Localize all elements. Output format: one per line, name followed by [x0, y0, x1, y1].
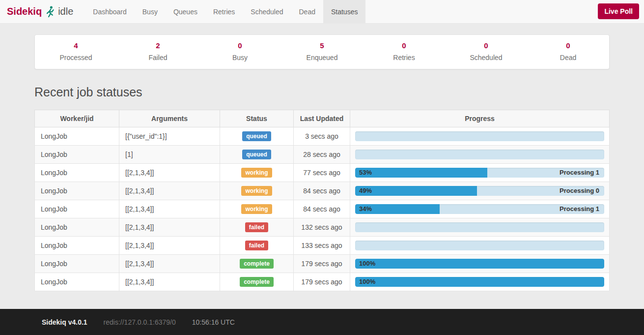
stat-value: 2 — [117, 41, 199, 50]
page-title: Recent job statuses — [34, 85, 610, 99]
progress-cell: 49% Processing 0 — [350, 182, 610, 200]
status-badge: complete — [240, 277, 274, 287]
last-updated-cell: 84 secs ago — [294, 182, 350, 200]
progress-cell: 53% Processing 1 — [350, 164, 610, 182]
stat-label: Dead — [560, 54, 576, 61]
progress-fill — [355, 277, 604, 287]
brand-status: idle — [58, 6, 73, 17]
table-header-cell: Last Updated — [294, 110, 350, 127]
last-updated-cell: 84 secs ago — [294, 200, 350, 218]
progress-bar — [355, 222, 604, 232]
progress-bar — [355, 131, 604, 141]
nav-item-scheduled[interactable]: Scheduled — [243, 0, 291, 23]
stat-item-enqueued[interactable]: 5 Enqueued — [281, 41, 363, 62]
nav-item-dashboard[interactable]: Dashboard — [85, 0, 135, 23]
footer: Sidekiq v4.0.1 redis://127.0.0.1:6379/0 … — [0, 309, 644, 335]
progress-bar: 34% Processing 1 — [355, 204, 604, 214]
arguments-cell: [1] — [119, 146, 220, 164]
stat-item-retries[interactable]: 0 Retries — [363, 41, 445, 62]
stat-item-scheduled[interactable]: 0 Scheduled — [445, 41, 527, 62]
progress-bar — [355, 150, 604, 159]
progress-cell — [350, 146, 610, 164]
progress-percent-label: 34% — [359, 204, 372, 214]
table-row: LongJob [[2,1,3,4]] working 77 secs ago … — [35, 164, 610, 182]
progress-percent-label: 100% — [359, 259, 375, 269]
arguments-cell: [[2,1,3,4]] — [119, 182, 220, 200]
table-row: LongJob [[2,1,3,4]] complete 179 secs ag… — [35, 273, 610, 291]
last-updated-cell: 28 secs ago — [294, 146, 350, 164]
status-badge: queued — [242, 131, 271, 141]
progress-fill — [355, 186, 477, 196]
stat-label: Processed — [59, 54, 92, 61]
status-cell: working — [220, 182, 294, 200]
stat-item-dead[interactable]: 0 Dead — [527, 41, 609, 62]
arguments-cell: [[2,1,3,4]] — [119, 200, 220, 218]
stat-label: Failed — [148, 54, 167, 61]
status-badge: working — [241, 204, 272, 214]
table-row: LongJob [[2,1,3,4]] failed 133 secs ago — [35, 237, 610, 255]
live-poll-button[interactable]: Live Poll — [598, 3, 639, 19]
stat-label: Enqueued — [307, 54, 338, 61]
footer-redis-url: redis://127.0.0.1:6379/0 — [104, 318, 176, 326]
brand[interactable]: Sidekiq idle — [0, 0, 78, 23]
table-header-row: Worker/jidArgumentsStatusLast UpdatedPro… — [35, 110, 610, 127]
nav-item-queues[interactable]: Queues — [166, 0, 205, 23]
status-badge: failed — [245, 241, 268, 250]
progress-cell: 34% Processing 1 — [350, 200, 610, 218]
arguments-cell: [[2,1,3,4]] — [119, 218, 220, 237]
status-cell: working — [220, 200, 294, 218]
table-header-cell: Worker/jid — [35, 110, 119, 127]
worker-cell: LongJob — [35, 255, 119, 273]
worker-cell: LongJob — [35, 200, 119, 218]
stat-value: 5 — [281, 41, 363, 50]
progress-percent-label: 49% — [359, 186, 372, 196]
arguments-cell: [{"user_id":1}] — [119, 127, 220, 146]
progress-bar: 49% Processing 0 — [355, 186, 604, 196]
last-updated-cell: 77 secs ago — [294, 164, 350, 182]
status-cell: failed — [220, 218, 294, 237]
progress-cell: 100% — [350, 255, 610, 273]
stat-item-failed[interactable]: 2 Failed — [117, 41, 199, 62]
table-body: LongJob [{"user_id":1}] queued 3 secs ag… — [35, 127, 610, 291]
runner-icon — [45, 5, 55, 18]
progress-fill — [355, 259, 604, 269]
status-cell: failed — [220, 237, 294, 255]
status-cell: queued — [220, 146, 294, 164]
status-cell: queued — [220, 127, 294, 146]
stats-summary-bar: 4 Processed 2 Failed 0 Busy 5 Enqueued 0… — [34, 34, 610, 69]
stat-label: Retries — [393, 54, 415, 61]
stat-item-busy[interactable]: 0 Busy — [199, 41, 281, 62]
nav-item-dead[interactable]: Dead — [291, 0, 323, 23]
worker-cell: LongJob — [35, 237, 119, 255]
progress-cell — [350, 237, 610, 255]
arguments-cell: [[2,1,3,4]] — [119, 273, 220, 291]
stat-item-processed[interactable]: 4 Processed — [35, 41, 117, 62]
progress-cell — [350, 127, 610, 146]
progress-cell: 100% — [350, 273, 610, 291]
table-row: LongJob [[2,1,3,4]] complete 179 secs ag… — [35, 255, 610, 273]
last-updated-cell: 179 secs ago — [294, 273, 350, 291]
stat-value: 0 — [363, 41, 445, 50]
last-updated-cell: 3 secs ago — [294, 127, 350, 146]
worker-cell: LongJob — [35, 182, 119, 200]
stat-label: Scheduled — [470, 54, 502, 61]
status-cell: working — [220, 164, 294, 182]
progress-message-label: Processing 1 — [560, 204, 599, 214]
progress-cell — [350, 218, 610, 237]
progress-bar: 100% — [355, 259, 604, 269]
progress-message-label: Processing 1 — [560, 168, 599, 178]
stat-label: Busy — [232, 54, 248, 61]
progress-percent-label: 100% — [359, 277, 375, 287]
status-badge: queued — [242, 150, 271, 159]
footer-version: Sidekiq v4.0.1 — [42, 318, 87, 326]
worker-cell: LongJob — [35, 273, 119, 291]
nav-item-retries[interactable]: Retries — [205, 0, 243, 23]
nav-item-statuses[interactable]: Statuses — [323, 0, 365, 23]
arguments-cell: [[2,1,3,4]] — [119, 237, 220, 255]
stat-value: 0 — [445, 41, 527, 50]
progress-bar: 100% — [355, 277, 604, 287]
stat-value: 4 — [35, 41, 117, 50]
last-updated-cell: 133 secs ago — [294, 237, 350, 255]
navbar: Sidekiq idle DashboardBusyQueuesRetriesS… — [0, 0, 644, 24]
nav-item-busy[interactable]: Busy — [135, 0, 166, 23]
